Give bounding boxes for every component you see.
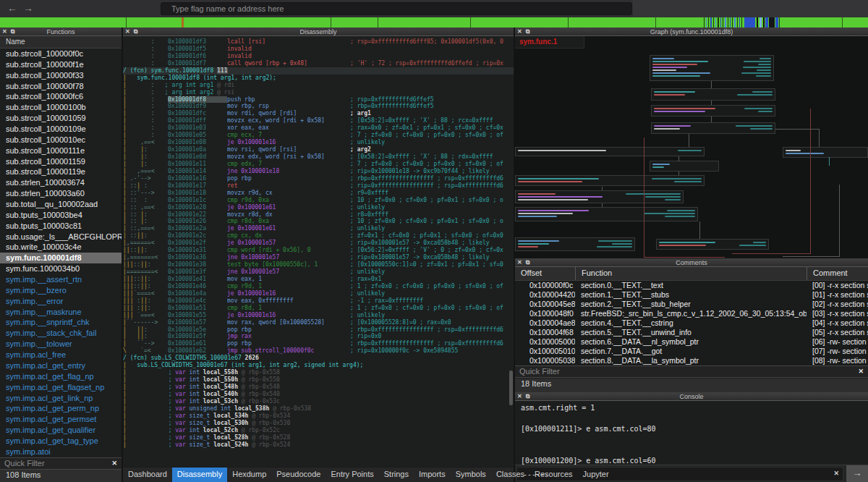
- tab-imports[interactable]: Imports: [414, 468, 451, 482]
- comment-table-row[interactable]: 0x100000f0csection.0.__TEXT.__text[00] -…: [515, 281, 868, 290]
- graph-node[interactable]: [650, 55, 774, 81]
- disassembly-line[interactable]: | ::'--->0x100001e18movzx r9d, cx; r9=0x…: [123, 190, 514, 197]
- disassembly-line[interactable]: / (fcn) sub.LS_COLWIDTHS_100001e67 2626: [123, 355, 514, 362]
- tab-symbols[interactable]: Symbols: [451, 468, 491, 482]
- comment-table-row[interactable]: 0x100004f68section.5.__TEXT.__unwind_inf…: [515, 328, 868, 337]
- disassembly-line[interactable]: |||::||:0x100001e38test byte [0x10000550…: [123, 261, 514, 269]
- disassembly-line[interactable]: | ::||:0x100001e2ccmp cx, dx; zf=0x1 ; c…: [123, 232, 514, 240]
- disassembly-scrollbar[interactable]: [509, 371, 513, 405]
- function-list-item[interactable]: sym.imp.__error: [0, 296, 122, 307]
- disassembly-line[interactable]: | :0x100001df8push rbp; rsp=0xfffffffffd…: [123, 96, 514, 103]
- disassembly-line[interactable]: / (fcn) sym.func.100001df8 111: [123, 67, 514, 75]
- close-icon[interactable]: ✕: [517, 29, 522, 35]
- disassembly-line[interactable]: |,=======<0x100001e36jne 0x100001e57; ri…: [123, 254, 514, 261]
- disassembly-line[interactable]: | ``-->0x100001e61pop rbp; rbp=0xfffffff…: [123, 340, 514, 347]
- comment-table-row[interactable]: 0x100004420section.1.__TEXT.__stubs[01] …: [515, 290, 868, 300]
- comment-table-row[interactable]: 0x1000048f0str.FreeBSD:_src_bin_ls_cmp.c…: [515, 309, 868, 318]
- disassembly-line[interactable]: | ,==<0x100001e08je 0x100001e16; unlikel…: [123, 139, 514, 146]
- column-header-comment[interactable]: Comment: [807, 267, 868, 280]
- disassembly-line[interactable]: :0x100001df3lcall [rsi]; rsp=0xfffffffff…: [123, 38, 514, 46]
- close-icon[interactable]: ✕: [517, 394, 522, 399]
- functions-quick-filter[interactable]: Quick Filter ✕: [0, 457, 122, 470]
- function-list-item[interactable]: sym.imp.__bzero: [0, 285, 122, 296]
- disassembly-view[interactable]: :0x100001df3lcall [rsi]; rsp=0xfffffffff…: [123, 36, 514, 467]
- function-list-item[interactable]: sub.strcoll_100001059: [0, 113, 122, 124]
- function-list-item[interactable]: sub.strlen_100003a60: [0, 188, 122, 199]
- function-list-item[interactable]: sym.imp.acl_free: [0, 350, 122, 360]
- graph-function-tab[interactable]: sym.func.1: [515, 36, 584, 48]
- disassembly-line[interactable]: | ; var size_t local_534h @ rbp-0x534: [123, 413, 514, 420]
- function-list-item[interactable]: sub.strcoll_10000119e: [0, 166, 122, 177]
- disassembly-line[interactable]: | :: :0x100001e1ccmp r9d, 0xa; 10 ; zf=0…: [123, 197, 514, 204]
- console-send-button[interactable]: →: [846, 465, 868, 482]
- disassembly-line[interactable]: | ,===<0x100001e14jne 0x100001e18; rip=0…: [123, 168, 514, 175]
- close-icon[interactable]: ✕: [2, 29, 7, 35]
- disassembly-line[interactable]: | ; var unsigned int local_538h @ rbp-0x…: [123, 405, 514, 413]
- function-list-item[interactable]: sub.strcoll_100000fc6: [0, 91, 122, 102]
- functions-column-header[interactable]: Name: [0, 36, 122, 48]
- function-list-item[interactable]: sym.imp.atoi: [0, 447, 122, 457]
- function-list-item[interactable]: sym.imp.acl_get_link_np: [0, 393, 122, 404]
- function-list-item[interactable]: sym.imp.acl_get_permset: [0, 414, 122, 425]
- tab-dashboard[interactable]: Dashboard: [123, 468, 172, 482]
- disassembly-line[interactable]: | :: |:0x100001e22movzx r8d, dx; r8=0xff…: [123, 211, 514, 219]
- undock-icon[interactable]: ⧉: [11, 29, 15, 35]
- graph-node[interactable]: [651, 105, 775, 117]
- disassembly-line[interactable]: | ||:0x100001e5fjmp rax; rip=0x0: [123, 333, 514, 340]
- disassembly-line[interactable]: | ::| :0x100001e17ret; rip=0xfffffffffff…: [123, 182, 514, 190]
- function-list-item[interactable]: sym.func.1000034b0: [0, 263, 122, 274]
- clear-filter-icon[interactable]: ✕: [111, 460, 117, 467]
- disassembly-line[interactable]: |||`====<0x100001e4aje 0x100001e16; unli…: [123, 290, 514, 297]
- function-list-item[interactable]: sym.imp.__maskrune: [0, 307, 122, 318]
- graph-node[interactable]: [650, 161, 719, 172]
- disassembly-line[interactable]: ||| `===<0x100001e55je 0x100001e16; unli…: [123, 312, 514, 319]
- back-icon[interactable]: ←: [7, 2, 17, 14]
- undock-icon[interactable]: ⧉: [526, 260, 530, 266]
- function-list-item[interactable]: sub.strcoll_10000111e: [0, 145, 122, 156]
- console-clear-icon[interactable]: ✕: [833, 470, 839, 477]
- function-list-item[interactable]: sym.imp.acl_get_tag_type: [0, 436, 122, 447]
- tab-strings[interactable]: Strings: [379, 468, 414, 482]
- function-list-item[interactable]: sub.usage:_ls___ABCFGHLOPRSTUVW: [0, 232, 122, 242]
- disassembly-line[interactable]: | sub.LS_COLWIDTHS_100001e67 (int arg1, …: [123, 362, 514, 369]
- graph-node[interactable]: [515, 175, 705, 186]
- disassembly-line[interactable]: | |:0x100001e0dmovzx edx, word [rsi + 0x…: [123, 153, 514, 161]
- graph-node[interactable]: [515, 190, 684, 203]
- function-list-item[interactable]: sub.tputs_100003c81: [0, 221, 122, 232]
- tab-entry-points[interactable]: Entry Points: [326, 468, 378, 482]
- disassembly-line[interactable]: |||::||:0x100001e46cmp r9d, 1; 1 ; zf=0x…: [123, 283, 514, 290]
- function-list-item[interactable]: sub.strcoll_10000100b: [0, 102, 122, 113]
- tab-pseudocode[interactable]: Pseudocode: [271, 468, 326, 482]
- graph-node[interactable]: [656, 239, 769, 250]
- graph-node[interactable]: [651, 122, 775, 134]
- disassembly-line[interactable]: | ; var size_t local_524h @ rbp-0x524: [123, 441, 514, 449]
- function-list-item[interactable]: sym.imp.__snprintf_chk: [0, 317, 122, 328]
- disassembly-line[interactable]: | sym.func.100001df8 (int arg1, int arg2…: [123, 75, 514, 82]
- tab-hexdump[interactable]: Hexdump: [227, 468, 271, 482]
- close-icon[interactable]: ✕: [517, 260, 522, 266]
- disassembly-line[interactable]: | ; var size_t local_530h @ rbp-0x530: [123, 420, 514, 427]
- function-list-item[interactable]: sub.strcoll_100000f78: [0, 81, 122, 92]
- forward-icon[interactable]: →: [23, 2, 33, 14]
- undock-icon[interactable]: ⧉: [526, 29, 530, 35]
- disassembly-line[interactable]: :0x100001df6invalid: [123, 53, 514, 60]
- comment-table-row[interactable]: 0x100005010section.7.__DATA.__got[07] -r…: [515, 347, 868, 356]
- disassembly-line[interactable]: | ; var int local_558h @ rbp-0x558: [123, 369, 514, 376]
- disassembly-line[interactable]: \ `=<0x100001e62jmp sub.strcoll_100000f0…: [123, 347, 514, 355]
- function-list-item[interactable]: sub.total__qu_100002aad: [0, 199, 122, 210]
- function-list-item[interactable]: sub.strcoll_100000f33: [0, 70, 122, 81]
- disassembly-line[interactable]: |,======<0x100001e2fje 0x100001e57; rip=…: [123, 240, 514, 247]
- function-list-item[interactable]: sub.strcoll_1000010ec: [0, 135, 122, 145]
- column-header-function[interactable]: Function: [575, 267, 807, 280]
- graph-node[interactable]: [651, 88, 775, 101]
- column-header-offset[interactable]: Offset: [515, 267, 575, 280]
- function-list-item[interactable]: sym.imp.acl_get_qualifier: [0, 425, 122, 436]
- disassembly-line[interactable]: | ; var size_t local_528h @ rbp-0x528: [123, 434, 514, 441]
- comment-table-row[interactable]: 0x100004ae8section.4.__TEXT.__cstring[04…: [515, 318, 868, 328]
- graph-node[interactable]: [515, 147, 705, 156]
- disassembly-line[interactable]: | |:0x100001e11cmp edx, 7; 7 ; zf=0x0 ; …: [123, 161, 514, 168]
- function-list-item[interactable]: sym.imp.acl_get_flagset_np: [0, 382, 122, 393]
- clear-filter-icon[interactable]: ✕: [858, 368, 864, 375]
- comment-table-row[interactable]: 0x100005038section.8.__DATA.__la_symbol_…: [515, 356, 868, 365]
- tab-classes[interactable]: Classes: [491, 468, 529, 482]
